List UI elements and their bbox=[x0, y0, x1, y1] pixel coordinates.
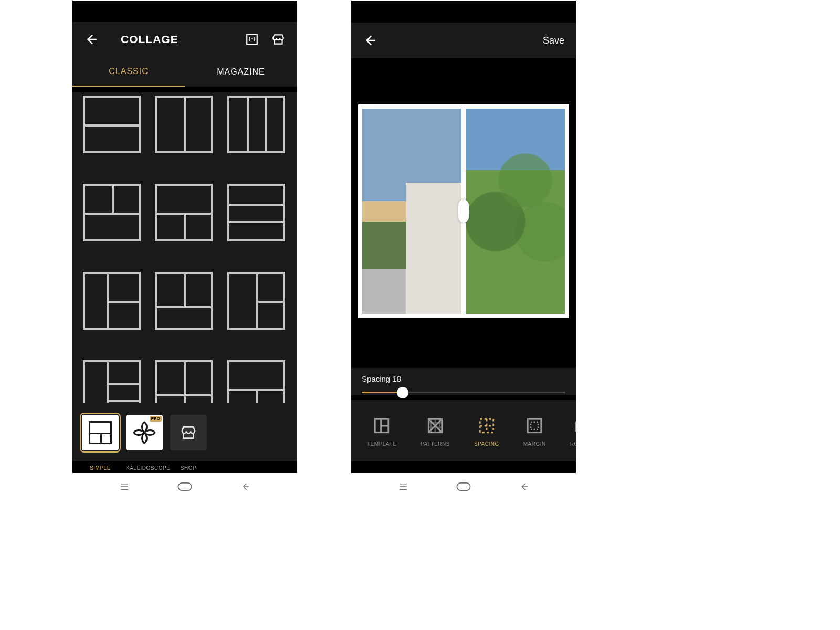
tab-bar: CLASSIC MAGAZINE bbox=[72, 57, 297, 87]
margin-icon bbox=[526, 417, 543, 435]
template-option[interactable] bbox=[83, 360, 141, 403]
back-arrow-icon[interactable] bbox=[363, 33, 377, 48]
svg-rect-6 bbox=[531, 422, 538, 429]
back-icon[interactable] bbox=[237, 481, 255, 492]
shop-icon[interactable] bbox=[271, 32, 286, 47]
recent-apps-icon[interactable] bbox=[116, 481, 133, 492]
tool-roundness[interactable]: ROUNDN bbox=[570, 417, 576, 447]
collage-frame[interactable] bbox=[358, 104, 569, 318]
toolbar-label-shop: SHOP bbox=[170, 465, 207, 471]
svg-rect-8 bbox=[457, 483, 470, 490]
template-option[interactable] bbox=[227, 184, 285, 242]
back-icon[interactable] bbox=[516, 481, 533, 492]
svg-rect-7 bbox=[178, 483, 191, 490]
tab-classic[interactable]: CLASSIC bbox=[72, 57, 185, 87]
svg-text:1:1: 1:1 bbox=[248, 36, 256, 43]
template-grid bbox=[72, 92, 297, 403]
home-icon[interactable] bbox=[176, 481, 194, 492]
toolbar-labels: SIMPLE KALEIDOSCOPE SHOP bbox=[72, 465, 297, 471]
save-button[interactable]: Save bbox=[543, 35, 564, 46]
spacing-label: Spacing 18 bbox=[362, 374, 565, 383]
slider-thumb[interactable] bbox=[397, 387, 408, 398]
collage-canvas bbox=[351, 58, 576, 364]
template-option[interactable] bbox=[227, 360, 285, 403]
svg-rect-5 bbox=[528, 419, 541, 433]
android-nav bbox=[72, 474, 297, 500]
template-option[interactable] bbox=[83, 184, 141, 242]
divider-drag-handle[interactable] bbox=[458, 200, 469, 223]
spacing-slider[interactable] bbox=[362, 392, 565, 393]
tool-spacing[interactable]: SPACING bbox=[474, 417, 499, 447]
toolbar-label-simple: SIMPLE bbox=[82, 465, 119, 471]
editor-toolbar: TEMPLATE PATTERNS SPACING MARGIN ROUNDN bbox=[351, 400, 576, 461]
toolbar-item-shop[interactable] bbox=[170, 415, 207, 450]
back-arrow-icon[interactable] bbox=[84, 32, 99, 47]
roundness-icon bbox=[573, 417, 576, 435]
bottom-toolbar: PRO bbox=[72, 403, 297, 461]
android-nav bbox=[351, 474, 576, 500]
pro-badge: PRO bbox=[150, 416, 162, 422]
tool-patterns[interactable]: PATTERNS bbox=[421, 417, 450, 447]
phone-templates: COLLAGE 1:1 CLASSIC MAGAZINE bbox=[72, 1, 297, 473]
toolbar-item-kaleidoscope[interactable]: PRO bbox=[126, 415, 163, 450]
tab-magazine[interactable]: MAGAZINE bbox=[185, 57, 297, 87]
recent-apps-icon[interactable] bbox=[394, 481, 412, 492]
aspect-ratio-icon[interactable]: 1:1 bbox=[245, 32, 259, 47]
template-option[interactable] bbox=[155, 360, 213, 403]
patterns-icon bbox=[426, 417, 444, 435]
spacing-icon bbox=[478, 417, 496, 435]
header-bar: COLLAGE 1:1 bbox=[72, 22, 297, 57]
template-option[interactable] bbox=[83, 272, 141, 330]
template-icon bbox=[373, 417, 391, 435]
page-title: COLLAGE bbox=[121, 33, 178, 46]
phone-editor: Save Spacing 18 TEMPLATE bbox=[351, 1, 576, 473]
template-option[interactable] bbox=[227, 96, 285, 153]
template-option[interactable] bbox=[83, 96, 141, 153]
collage-photo-left[interactable] bbox=[362, 109, 461, 314]
collage-photo-right[interactable] bbox=[466, 109, 565, 314]
spacing-control: Spacing 18 bbox=[351, 368, 576, 395]
tool-margin[interactable]: MARGIN bbox=[523, 417, 546, 447]
header-bar: Save bbox=[351, 23, 576, 58]
template-option[interactable] bbox=[227, 272, 285, 330]
toolbar-item-simple[interactable] bbox=[82, 415, 119, 450]
template-option[interactable] bbox=[155, 184, 213, 242]
tool-template[interactable]: TEMPLATE bbox=[367, 417, 396, 447]
template-option[interactable] bbox=[155, 272, 213, 330]
template-option[interactable] bbox=[155, 96, 213, 153]
toolbar-label-kaleidoscope: KALEIDOSCOPE bbox=[126, 465, 163, 471]
home-icon[interactable] bbox=[455, 481, 472, 492]
